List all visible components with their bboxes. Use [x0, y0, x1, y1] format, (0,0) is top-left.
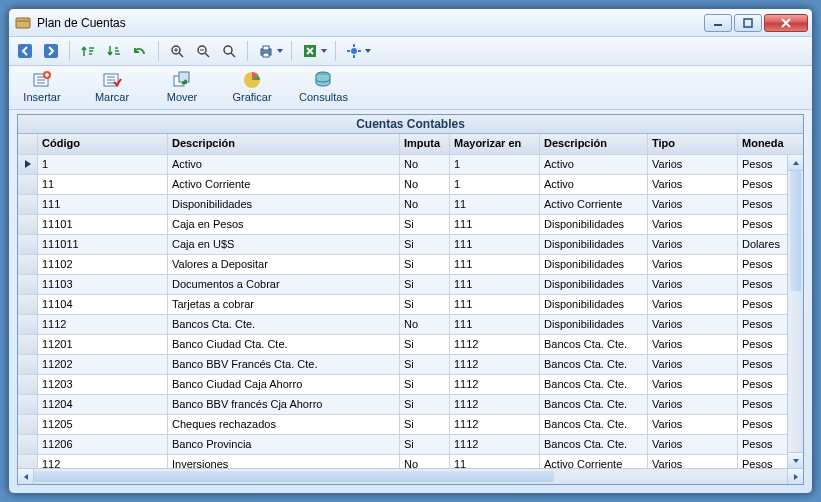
- table-row[interactable]: 1112Bancos Cta. Cte.No111Disponibilidade…: [18, 315, 803, 335]
- cell-mayorizar[interactable]: 11: [450, 195, 540, 214]
- cell-descripcion2[interactable]: Disponibilidades: [540, 295, 648, 314]
- cell-tipo[interactable]: Varios: [648, 235, 738, 254]
- table-row[interactable]: 11102Valores a DepositarSi111Disponibili…: [18, 255, 803, 275]
- cell-imputa[interactable]: Si: [400, 415, 450, 434]
- cell-descripcion[interactable]: Activo Corriente: [168, 175, 400, 194]
- cell-descripcion[interactable]: Disponibilidades: [168, 195, 400, 214]
- cell-imputa[interactable]: No: [400, 155, 450, 174]
- cell-tipo[interactable]: Varios: [648, 395, 738, 414]
- table-row[interactable]: 111011Caja en U$SSi111DisponibilidadesVa…: [18, 235, 803, 255]
- cell-codigo[interactable]: 112: [38, 455, 168, 468]
- cell-descripcion[interactable]: Tarjetas a cobrar: [168, 295, 400, 314]
- cell-imputa[interactable]: No: [400, 175, 450, 194]
- cell-descripcion2[interactable]: Disponibilidades: [540, 235, 648, 254]
- cell-descripcion[interactable]: Documentos a Cobrar: [168, 275, 400, 294]
- cell-mayorizar[interactable]: 1112: [450, 395, 540, 414]
- cell-descripcion2[interactable]: Activo Corriente: [540, 195, 648, 214]
- undo-icon[interactable]: [130, 41, 150, 61]
- cell-descripcion[interactable]: Banco BBV Francés Cta. Cte.: [168, 355, 400, 374]
- cell-tipo[interactable]: Varios: [648, 215, 738, 234]
- cell-tipo[interactable]: Varios: [648, 415, 738, 434]
- cell-codigo[interactable]: 11201: [38, 335, 168, 354]
- col-imputa[interactable]: Imputa: [400, 134, 450, 154]
- cell-descripcion2[interactable]: Bancos Cta. Cte.: [540, 355, 648, 374]
- table-row[interactable]: 11101Caja en PesosSi111DisponibilidadesV…: [18, 215, 803, 235]
- cell-descripcion[interactable]: Caja en Pesos: [168, 215, 400, 234]
- cell-mayorizar[interactable]: 111: [450, 215, 540, 234]
- forward-icon[interactable]: [41, 41, 61, 61]
- cell-descripcion2[interactable]: Disponibilidades: [540, 255, 648, 274]
- cell-codigo[interactable]: 11206: [38, 435, 168, 454]
- cell-tipo[interactable]: Varios: [648, 355, 738, 374]
- cell-descripcion2[interactable]: Bancos Cta. Cte.: [540, 395, 648, 414]
- cell-tipo[interactable]: Varios: [648, 195, 738, 214]
- scroll-thumb[interactable]: [34, 471, 554, 482]
- sort-asc-icon[interactable]: [78, 41, 98, 61]
- cell-descripcion2[interactable]: Bancos Cta. Cte.: [540, 375, 648, 394]
- insertar-button[interactable]: Insertar: [15, 68, 69, 105]
- cell-mayorizar[interactable]: 1112: [450, 435, 540, 454]
- col-selector[interactable]: [18, 134, 38, 154]
- scroll-down-icon[interactable]: [788, 452, 803, 468]
- table-row[interactable]: 11Activo CorrienteNo1ActivoVariosPesos: [18, 175, 803, 195]
- cell-tipo[interactable]: Varios: [648, 155, 738, 174]
- table-row[interactable]: 11203Banco Ciudad Caja AhorroSi1112Banco…: [18, 375, 803, 395]
- cell-descripcion[interactable]: Valores a Depositar: [168, 255, 400, 274]
- cell-imputa[interactable]: Si: [400, 355, 450, 374]
- cell-imputa[interactable]: Si: [400, 235, 450, 254]
- cell-codigo[interactable]: 1112: [38, 315, 168, 334]
- cell-tipo[interactable]: Varios: [648, 315, 738, 334]
- cell-codigo[interactable]: 11: [38, 175, 168, 194]
- cell-mayorizar[interactable]: 1: [450, 175, 540, 194]
- cell-mayorizar[interactable]: 1112: [450, 415, 540, 434]
- cell-tipo[interactable]: Varios: [648, 275, 738, 294]
- cell-descripcion[interactable]: Banco Ciudad Cta. Cte.: [168, 335, 400, 354]
- cell-imputa[interactable]: Si: [400, 395, 450, 414]
- table-row[interactable]: 11204Banco BBV francés Cja AhorroSi1112B…: [18, 395, 803, 415]
- settings-dropdown[interactable]: [344, 41, 371, 61]
- cell-descripcion2[interactable]: Activo: [540, 175, 648, 194]
- cell-imputa[interactable]: Si: [400, 375, 450, 394]
- cell-descripcion2[interactable]: Disponibilidades: [540, 315, 648, 334]
- cell-descripcion[interactable]: Bancos Cta. Cte.: [168, 315, 400, 334]
- cell-codigo[interactable]: 11202: [38, 355, 168, 374]
- vertical-scrollbar[interactable]: [787, 155, 803, 468]
- cell-mayorizar[interactable]: 111: [450, 255, 540, 274]
- cell-mayorizar[interactable]: 1: [450, 155, 540, 174]
- cell-imputa[interactable]: No: [400, 455, 450, 468]
- cell-codigo[interactable]: 11203: [38, 375, 168, 394]
- minimize-button[interactable]: [704, 14, 732, 32]
- mover-button[interactable]: Mover: [155, 68, 209, 105]
- cell-descripcion[interactable]: Banco BBV francés Cja Ahorro: [168, 395, 400, 414]
- col-codigo[interactable]: Código: [38, 134, 168, 154]
- table-row[interactable]: 11201Banco Ciudad Cta. Cte.Si1112Bancos …: [18, 335, 803, 355]
- col-mayorizar[interactable]: Mayorizar en: [450, 134, 540, 154]
- cell-mayorizar[interactable]: 1112: [450, 335, 540, 354]
- cell-imputa[interactable]: Si: [400, 255, 450, 274]
- maximize-button[interactable]: [734, 14, 762, 32]
- scroll-left-icon[interactable]: [18, 469, 34, 484]
- print-dropdown[interactable]: [256, 41, 283, 61]
- col-descripcion2[interactable]: Descripción: [540, 134, 648, 154]
- scroll-thumb[interactable]: [790, 171, 801, 291]
- cell-codigo[interactable]: 11102: [38, 255, 168, 274]
- cell-codigo[interactable]: 11104: [38, 295, 168, 314]
- zoom-reset-icon[interactable]: [219, 41, 239, 61]
- table-row[interactable]: 111DisponibilidadesNo11Activo CorrienteV…: [18, 195, 803, 215]
- cell-mayorizar[interactable]: 1112: [450, 355, 540, 374]
- table-row[interactable]: 11202Banco BBV Francés Cta. Cte.Si1112Ba…: [18, 355, 803, 375]
- cell-descripcion[interactable]: Activo: [168, 155, 400, 174]
- cell-tipo[interactable]: Varios: [648, 255, 738, 274]
- cell-descripcion[interactable]: Cheques rechazados: [168, 415, 400, 434]
- cell-codigo[interactable]: 11204: [38, 395, 168, 414]
- cell-tipo[interactable]: Varios: [648, 375, 738, 394]
- cell-mayorizar[interactable]: 1112: [450, 375, 540, 394]
- excel-dropdown[interactable]: [300, 41, 327, 61]
- cell-imputa[interactable]: Si: [400, 435, 450, 454]
- cell-tipo[interactable]: Varios: [648, 175, 738, 194]
- cell-codigo[interactable]: 11103: [38, 275, 168, 294]
- zoom-in-icon[interactable]: [167, 41, 187, 61]
- table-row[interactable]: 11205Cheques rechazadosSi1112Bancos Cta.…: [18, 415, 803, 435]
- consultas-button[interactable]: Consultas: [295, 68, 352, 105]
- col-tipo[interactable]: Tipo: [648, 134, 738, 154]
